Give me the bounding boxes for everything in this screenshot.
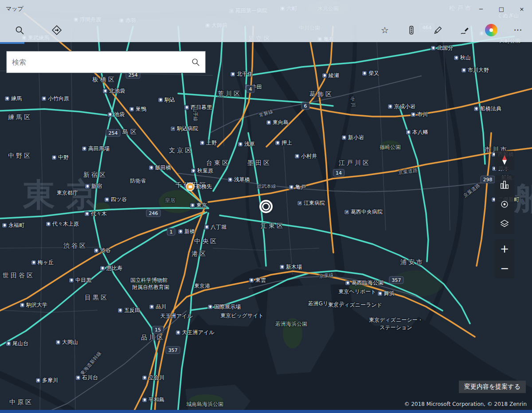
- search-box: [6, 51, 206, 73]
- map-label-station: 東京: [190, 202, 207, 209]
- map-label-station: 石川台: [76, 374, 98, 382]
- map-label-rail: 東海道新幹線: [79, 350, 103, 377]
- map-label-station: 代々木: [85, 210, 107, 218]
- suggest-changes-button[interactable]: 変更内容を提案する: [459, 381, 526, 393]
- ink-button[interactable]: [428, 20, 448, 40]
- map-label-station: 梅ヶ丘: [31, 259, 54, 266]
- route-shield: 14: [333, 169, 344, 177]
- more-button[interactable]: ···: [508, 20, 528, 40]
- map-label-rail: 京葉線: [319, 272, 334, 280]
- station-icon: [52, 155, 56, 160]
- account-button[interactable]: [481, 20, 501, 40]
- station-icon: [345, 281, 350, 285]
- map-label-place: ステーション: [379, 324, 412, 331]
- map-label-station: 市川大野: [462, 66, 489, 74]
- compass-button[interactable]: [495, 151, 514, 170]
- layers-button[interactable]: [495, 214, 514, 234]
- station-icon: [200, 140, 204, 145]
- map-label-station: 平和島: [142, 396, 164, 404]
- map-label-station: 八丁堀: [204, 223, 227, 231]
- ink-pen-icon: [433, 25, 443, 35]
- station-icon: [322, 73, 327, 78]
- map-label-station: 新宿: [85, 183, 102, 190]
- directions-button[interactable]: [47, 20, 66, 40]
- route-shield: 1: [167, 228, 176, 236]
- hospital-icon: [171, 126, 175, 131]
- map-label-station: 柴又: [362, 70, 379, 77]
- station-icon: [20, 303, 24, 307]
- workplace-poi[interactable]: 勤務先: [187, 183, 212, 191]
- accent-strip: [0, 42, 24, 44]
- map-label-station: 小村井: [295, 152, 317, 160]
- map-label-rail: 京葉道路: [462, 182, 481, 199]
- search-input[interactable]: [7, 58, 186, 66]
- search-box-magnifier-icon[interactable]: [186, 51, 205, 73]
- map-label-city: 中野区: [8, 152, 32, 160]
- map-label-station: 小竹向原: [42, 95, 69, 102]
- station-icon: [238, 142, 243, 146]
- station-icon: [6, 341, 11, 346]
- zoom-out-button[interactable]: −: [495, 259, 514, 278]
- station-icon: [56, 340, 60, 344]
- map-label-station: 池袋: [108, 111, 125, 118]
- map-label-city: 渋谷区: [63, 242, 87, 250]
- map-label-city: 葛飾区: [309, 90, 333, 98]
- titlebar[interactable]: マップ ─ □ ×: [0, 0, 532, 18]
- toolbar-right: ☆ ···: [375, 20, 528, 40]
- route-shield: 4: [246, 86, 255, 93]
- zoom-out-icon: −: [500, 263, 509, 274]
- map-label-station: 立会川: [142, 374, 164, 382]
- map-label-hospital: 駒込病院: [171, 125, 198, 132]
- map-label-city: 江東区: [261, 222, 285, 230]
- map-label-station: 押上: [275, 139, 292, 147]
- map-label-place: 東京港: [194, 282, 210, 290]
- annotate-button[interactable]: [455, 20, 474, 40]
- station-icon: [266, 120, 271, 125]
- map-label-station: 四ツ谷: [105, 196, 127, 203]
- map-label-station: 飯田橋: [149, 164, 171, 171]
- minimize-button[interactable]: ─: [471, 0, 491, 18]
- window-controls: ─ □ ×: [471, 0, 532, 18]
- annotate-icon: [460, 25, 469, 35]
- station-icon: [105, 197, 109, 202]
- map-label-station: 代々木上原: [46, 220, 79, 228]
- route-shield: 357: [389, 277, 404, 284]
- map-label-place: 国立科学博物館: [130, 277, 168, 284]
- zoom-in-icon: +: [500, 244, 509, 254]
- station-icon: [85, 211, 89, 216]
- zoom-in-button[interactable]: +: [495, 239, 514, 259]
- map-label-city: 墨田区: [247, 159, 271, 167]
- map-label-place: 東京都庁: [57, 189, 78, 197]
- map-label-city: 練馬区: [8, 113, 32, 121]
- map-label-city: 台東区: [206, 159, 230, 167]
- map-label-station: 綾瀬: [322, 72, 339, 79]
- compass-icon: [500, 154, 509, 167]
- station-icon: [184, 105, 189, 109]
- map-label-station: 天王洲アイル: [176, 329, 215, 336]
- map-label-station: 上野: [200, 139, 217, 147]
- station-icon: [275, 140, 280, 145]
- search-button[interactable]: [10, 20, 29, 40]
- map-view-icon: [500, 180, 509, 191]
- station-icon: [406, 130, 411, 134]
- workplace-label: 勤務先: [196, 183, 212, 191]
- station-icon: [295, 154, 299, 158]
- station-icon: [342, 135, 346, 140]
- close-button[interactable]: ×: [512, 0, 532, 18]
- map-label-station: 巣鴨: [129, 105, 146, 113]
- station-icon: [231, 72, 235, 76]
- workplace-icon: [187, 183, 194, 190]
- map-label-station: 尾山台: [6, 340, 28, 347]
- maximize-button[interactable]: □: [491, 0, 512, 18]
- favorites-button[interactable]: ☆: [375, 20, 395, 40]
- current-location-button[interactable]: [495, 195, 514, 214]
- map-view-button[interactable]: [495, 175, 514, 195]
- station-icon: [228, 177, 232, 182]
- map-label-rail: 常磐線: [258, 108, 274, 119]
- current-location-icon: [500, 199, 509, 210]
- station-icon: [158, 97, 163, 102]
- traffic-button[interactable]: [402, 20, 421, 40]
- map-label-station: 市川: [411, 111, 428, 118]
- bottom-strip: [0, 410, 532, 413]
- station-icon: [178, 229, 183, 234]
